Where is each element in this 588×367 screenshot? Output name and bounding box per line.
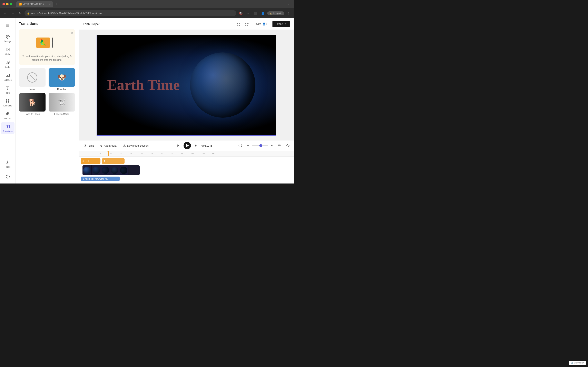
export-button[interactable]: Export ↗: [272, 21, 290, 27]
svg-point-24: [7, 162, 8, 163]
transition-fade-white-thumbnail: 🐩: [49, 93, 75, 111]
bookmark-icon[interactable]: ☆: [245, 10, 251, 16]
split-button[interactable]: Split: [82, 143, 96, 149]
ruler-mark-110: 110: [212, 153, 222, 155]
playhead[interactable]: [108, 151, 109, 157]
video-title-text: Earth Time: [107, 78, 180, 92]
app-container: Settings Media Audio Subtitles Text: [0, 18, 294, 184]
add-media-button[interactable]: ⊕ Add Media: [98, 143, 118, 149]
svg-rect-20: [8, 125, 9, 128]
incognito-button[interactable]: 🕵 Incognito: [267, 11, 284, 15]
zoom-controls: − +: [246, 143, 274, 148]
waveform-button[interactable]: [285, 143, 291, 149]
transition-dissolve[interactable]: 🐶 Dissolve: [48, 68, 76, 91]
earth-lights: [190, 52, 255, 118]
window-expand-icon: ⌄: [287, 2, 292, 6]
transition-fade-white-label: Fade to White: [54, 113, 69, 116]
clip-dots-2: ···: [106, 160, 108, 162]
transition-fade-black-label: Fade to Black: [25, 113, 40, 116]
back-button[interactable]: ←: [2, 10, 8, 16]
browser-tab[interactable]: V VEED CREATE | Edit ✕: [16, 1, 53, 7]
close-window-button[interactable]: [2, 3, 5, 5]
add-media-label: Add Media: [104, 144, 116, 147]
incognito-label: Incognito: [273, 12, 282, 15]
sidebar-item-text[interactable]: Text: [1, 83, 15, 96]
transition-none-thumbnail: [19, 68, 45, 87]
clip-text-element[interactable]: T ···: [102, 158, 125, 164]
ruler-mark-40: 40: [140, 153, 150, 155]
video-clip[interactable]: [82, 165, 140, 175]
video-canvas[interactable]: Earth Time: [96, 35, 276, 136]
ruler-mark-70: 70: [171, 153, 181, 155]
sidebar-item-audio[interactable]: Audio: [1, 58, 15, 70]
playhead-triangle: [107, 151, 110, 153]
refresh-button[interactable]: ↻: [17, 10, 23, 16]
forward-button[interactable]: →: [10, 10, 16, 16]
invite-button[interactable]: Invite 👤+: [252, 21, 270, 27]
audio-clip[interactable]: ♫ Audio epic-new-world-m...: [81, 176, 120, 181]
new-tab-button[interactable]: +: [54, 2, 59, 7]
timecode-display: 00:12:5: [201, 144, 213, 147]
record-icon: [5, 111, 11, 117]
invite-icon: 👤+: [262, 22, 267, 25]
fade-black-dog-emoji: 🐕: [28, 99, 36, 106]
overlay-track: ⊞ ··· ||| T ···: [81, 158, 292, 164]
more-options-icon[interactable]: ⋮: [286, 10, 292, 16]
clip-dots-1: ···: [85, 160, 87, 162]
export-label: Export: [276, 22, 283, 25]
sidebar-item-settings[interactable]: Settings: [1, 32, 15, 44]
undo-button[interactable]: [235, 21, 242, 27]
sidebar-item-record[interactable]: Record: [1, 109, 15, 121]
audio-track: ♫ Audio epic-new-world-m...: [81, 176, 292, 181]
none-icon: [27, 72, 37, 83]
clip-video-element[interactable]: ⊞ ··· |||: [81, 158, 100, 164]
settings-icon: [5, 34, 11, 40]
volume-button[interactable]: [237, 143, 243, 149]
zoom-out-button[interactable]: −: [246, 143, 251, 148]
sidebar-item-subtitles[interactable]: Subtitles: [1, 71, 15, 83]
skip-forward-button[interactable]: [193, 143, 199, 149]
tab-close-button[interactable]: ✕: [49, 3, 51, 6]
ruler-mark-10: 10: [109, 153, 120, 155]
tutorial-clip-a[interactable]: 🦜: [36, 38, 50, 48]
sidebar-label-record: Record: [4, 117, 11, 120]
sidebar-item-transitions[interactable]: Transitions: [1, 122, 15, 134]
tutorial-card: ✕ 🦜 I To add transitions to your clips, …: [19, 29, 75, 65]
incognito-icon: 🕵: [269, 12, 272, 15]
clip-right-handle[interactable]: ⋮: [140, 165, 141, 175]
sidebar-item-filters[interactable]: Filters: [1, 158, 15, 170]
skip-back-button[interactable]: [175, 143, 181, 149]
zoom-in-button[interactable]: +: [269, 143, 274, 148]
svg-point-14: [8, 100, 9, 100]
svg-point-7: [8, 63, 9, 64]
help-button[interactable]: [1, 172, 15, 181]
sidebar-label-audio: Audio: [5, 66, 10, 68]
redo-button[interactable]: [243, 21, 250, 27]
download-section-button[interactable]: Download Section: [121, 143, 150, 149]
hamburger-menu-button[interactable]: [1, 21, 15, 30]
fit-button[interactable]: Fit: [277, 143, 283, 148]
panel-title: Transitions: [19, 22, 75, 26]
play-button[interactable]: [183, 142, 191, 149]
address-bar[interactable]: 🔒 veed.io/edit/abcb1297-5a01-4d77-b2aa-a…: [25, 10, 236, 16]
frame-5: [119, 165, 129, 175]
clip-left-handle[interactable]: ⋮: [81, 165, 82, 175]
transition-fade-white[interactable]: 🐩 Fade to White: [48, 93, 76, 116]
transition-none[interactable]: None: [19, 68, 46, 91]
download-icon: [123, 144, 126, 147]
invite-label: Invite: [255, 22, 261, 25]
sidebar-item-media[interactable]: Media: [1, 45, 15, 57]
extension-icon[interactable]: ⬛: [252, 10, 258, 16]
browser-toolbar: ← → ↻ 🔒 veed.io/edit/abcb1297-5a01-4d77-…: [0, 8, 294, 18]
zoom-slider[interactable]: [252, 145, 268, 146]
minimize-window-button[interactable]: [6, 3, 9, 5]
media-icon: [5, 47, 11, 52]
tab-title: VEED CREATE | Edit: [23, 3, 48, 5]
transition-fade-black[interactable]: 🐕 Fade to Black: [19, 93, 46, 116]
screen-share-icon[interactable]: 📵: [238, 10, 243, 16]
video-track: ⋮: [81, 165, 292, 175]
maximize-window-button[interactable]: [10, 3, 12, 5]
sidebar-item-elements[interactable]: Elements: [1, 96, 15, 108]
profile-icon[interactable]: 👤: [260, 10, 266, 16]
handle-dots-left: ⋮: [81, 169, 82, 171]
